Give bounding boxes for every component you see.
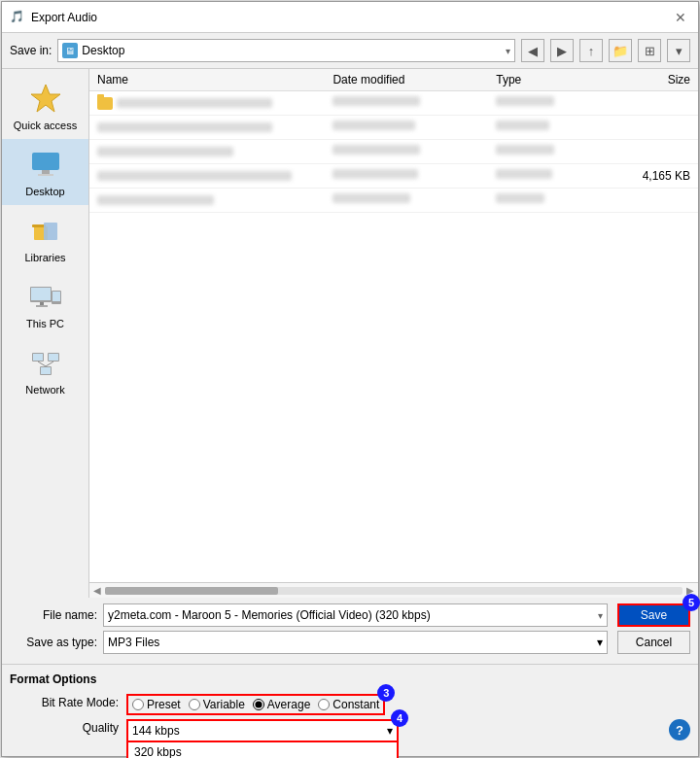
saveas-combo[interactable]: MP3 Files ▾ xyxy=(103,631,608,654)
table-row[interactable] xyxy=(89,116,698,140)
combo-arrow-icon: ▾ xyxy=(506,46,510,56)
svg-rect-2 xyxy=(42,170,50,174)
filename-value: y2meta.com - Maroon 5 - Memories (Offici… xyxy=(108,608,431,622)
constant-label: Constant xyxy=(332,698,379,711)
sidebar-item-this-pc[interactable]: This PC xyxy=(2,271,88,337)
sidebar-item-desktop[interactable]: Desktop xyxy=(2,139,88,205)
saveas-value: MP3 Files xyxy=(108,636,159,649)
filename-combo-arrow-icon: ▾ xyxy=(598,610,603,621)
desktop-icon-small: 🖥 xyxy=(62,43,78,58)
constant-option[interactable]: Constant xyxy=(318,698,379,711)
format-options-title: Format Options xyxy=(10,672,690,686)
sidebar-item-network[interactable]: Network xyxy=(2,337,88,403)
svg-line-20 xyxy=(46,362,53,366)
variable-label: Variable xyxy=(203,698,245,711)
header-date[interactable]: Date modified xyxy=(329,71,492,88)
svg-line-19 xyxy=(38,362,46,366)
bitrate-mode-row: Bit Rate Mode: Preset Variable Average xyxy=(10,694,690,715)
average-option[interactable]: Average xyxy=(253,698,310,711)
header-name[interactable]: Name xyxy=(93,71,329,88)
header-size[interactable]: Size xyxy=(604,71,694,88)
file-date-blurred xyxy=(332,96,420,106)
filename-label: File name: xyxy=(10,608,97,622)
new-folder-button[interactable]: 📁 xyxy=(609,39,632,62)
table-row[interactable] xyxy=(89,189,698,213)
forward-button[interactable]: ▶ xyxy=(550,39,574,62)
filename-input[interactable]: y2meta.com - Maroon 5 - Memories (Offici… xyxy=(103,603,608,627)
preset-label: Preset xyxy=(147,698,181,711)
title-bar: 🎵 Export Audio ✕ xyxy=(2,2,698,33)
scroll-track[interactable] xyxy=(105,587,682,595)
close-button[interactable]: ✕ xyxy=(671,8,690,27)
toolbar-row: Save in: 🖥 Desktop ▾ ◀ ▶ ↑ 📁 ⊞ ▾ xyxy=(2,33,698,68)
sidebar-item-label: Libraries xyxy=(24,252,65,263)
badge-3: 3 xyxy=(377,684,395,702)
preset-radio[interactable] xyxy=(132,699,144,710)
svg-rect-8 xyxy=(31,288,51,300)
back-button[interactable]: ◀ xyxy=(521,39,544,62)
file-size xyxy=(604,125,694,129)
average-radio[interactable] xyxy=(253,699,264,710)
quality-row: Quality 144 kbps ▾ 4 320 kbps 256 kbps 2… xyxy=(10,719,690,744)
sidebar-item-label: Network xyxy=(25,384,64,396)
quality-arrow-icon: ▾ xyxy=(387,724,393,738)
quality-selected[interactable]: 144 kbps ▾ xyxy=(126,719,399,742)
table-row[interactable]: 4,165 KB xyxy=(89,164,698,189)
view-dropdown-button[interactable]: ▾ xyxy=(667,39,690,62)
file-type-blurred xyxy=(496,193,544,203)
variable-option[interactable]: Variable xyxy=(189,698,245,711)
filename-row: File name: y2meta.com - Maroon 5 - Memor… xyxy=(10,603,690,627)
bitrate-label: Bit Rate Mode: xyxy=(10,694,126,709)
up-button[interactable]: ↑ xyxy=(579,39,603,62)
badge-5: 5 xyxy=(682,594,700,611)
quality-label: Quality xyxy=(10,719,126,735)
table-row[interactable] xyxy=(89,140,698,164)
sidebar-item-libraries[interactable]: Libraries xyxy=(2,205,88,271)
average-label: Average xyxy=(267,698,310,711)
file-size: 4,165 KB xyxy=(604,167,694,185)
view-button[interactable]: ⊞ xyxy=(638,39,661,62)
quality-selected-text: 144 kbps xyxy=(132,724,180,738)
save-in-combo[interactable]: 🖥 Desktop ▾ xyxy=(57,39,515,62)
file-type-blurred xyxy=(496,145,554,155)
file-date-blurred xyxy=(332,121,415,130)
file-size xyxy=(604,198,694,202)
sidebar-item-label: Quick access xyxy=(14,120,77,131)
preset-option[interactable]: Preset xyxy=(132,698,181,711)
file-size xyxy=(604,150,694,154)
file-date-blurred xyxy=(332,145,420,155)
constant-radio[interactable] xyxy=(318,699,330,710)
quality-option[interactable]: 320 kbps xyxy=(128,742,397,758)
svg-marker-0 xyxy=(31,85,60,112)
desktop-icon xyxy=(28,147,63,182)
help-button[interactable]: ? xyxy=(669,719,690,741)
cancel-button[interactable]: Cancel xyxy=(617,631,690,654)
svg-rect-14 xyxy=(33,354,43,361)
this-pc-icon xyxy=(28,279,63,314)
quality-dropdown: 320 kbps 256 kbps 224 kbps 192 kbps 160 … xyxy=(126,741,399,758)
file-list-area: Name Date modified Type Size xyxy=(89,69,698,598)
file-type-blurred xyxy=(496,169,552,179)
saveas-arrow-icon: ▾ xyxy=(597,636,603,649)
file-name-blurred xyxy=(97,122,272,132)
svg-rect-12 xyxy=(52,292,60,301)
file-type-blurred xyxy=(496,96,554,106)
save-in-value: Desktop xyxy=(82,44,502,57)
libraries-icon xyxy=(28,213,63,248)
variable-radio[interactable] xyxy=(189,699,200,710)
sidebar-item-label: This PC xyxy=(26,318,64,329)
scroll-thumb[interactable] xyxy=(105,587,278,595)
scroll-left-arrow[interactable]: ◀ xyxy=(93,585,101,596)
table-row[interactable] xyxy=(89,91,698,116)
svg-rect-9 xyxy=(40,302,44,305)
horizontal-scrollbar[interactable]: ◀ ▶ xyxy=(89,582,698,598)
svg-rect-16 xyxy=(49,354,58,361)
header-type[interactable]: Type xyxy=(492,71,604,88)
file-name-blurred xyxy=(97,195,214,205)
network-icon xyxy=(28,345,63,380)
sidebar-item-quick-access[interactable]: Quick access xyxy=(2,73,88,139)
save-button[interactable]: Save xyxy=(617,603,690,627)
svg-rect-5 xyxy=(32,224,46,227)
file-type-blurred xyxy=(496,121,549,130)
sidebar-item-label: Desktop xyxy=(25,186,64,197)
